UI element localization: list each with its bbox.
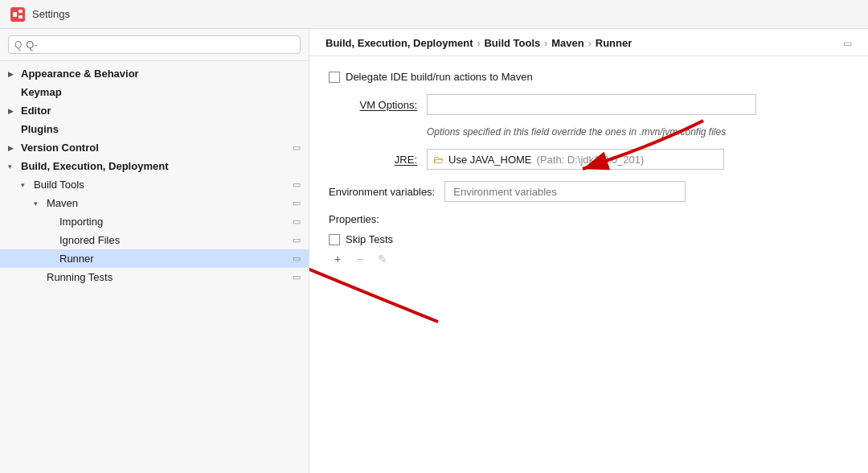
jre-row: JRE: 🗁 Use JAVA_HOME (Path: D:\jdk1.8.0_… xyxy=(329,149,849,170)
breadcrumb-item-2: Maven xyxy=(551,37,583,49)
sidebar-label-editor: Editor xyxy=(21,105,51,117)
sidebar-label-maven: Maven xyxy=(47,197,78,209)
tree-arrow-maven: ▾ xyxy=(34,199,43,208)
properties-section: Properties: Skip Tests + − ✎ xyxy=(329,213,849,268)
sidebar-label-importing: Importing xyxy=(59,216,103,228)
sidebar-item-plugins[interactable]: Plugins xyxy=(0,120,309,138)
remove-property-button[interactable]: − xyxy=(351,250,369,268)
pin-icon-importing: ▭ xyxy=(293,216,301,227)
sidebar-label-running-tests: Running Tests xyxy=(47,271,113,283)
breadcrumb-item-3: Runner xyxy=(596,37,633,49)
app-logo xyxy=(10,6,26,23)
svg-rect-0 xyxy=(10,7,25,22)
sidebar-item-version-control[interactable]: ▶Version Control▭ xyxy=(0,138,309,157)
search-icon: Q xyxy=(14,39,22,51)
sidebar-tree: ▶Appearance & BehaviorKeymap▶EditorPlugi… xyxy=(0,61,309,473)
sidebar-item-keymap[interactable]: Keymap xyxy=(0,83,309,101)
sidebar-label-build-exec: Build, Execution, Deployment xyxy=(21,160,168,172)
window-title: Settings xyxy=(32,8,70,20)
tree-arrow-version-control: ▶ xyxy=(8,144,18,152)
jre-path: (Path: D:\jdk1.8.0_201) xyxy=(537,154,645,166)
sidebar-label-keymap: Keymap xyxy=(21,86,62,98)
jre-label: JRE: xyxy=(329,154,417,166)
sidebar-item-ignored-files[interactable]: Ignored Files▭ xyxy=(0,231,309,249)
jre-field[interactable]: 🗁 Use JAVA_HOME (Path: D:\jdk1.8.0_201) xyxy=(427,149,724,170)
sidebar-label-build-tools: Build Tools xyxy=(34,179,84,191)
vm-options-label: VM Options: xyxy=(329,99,417,111)
sidebar-item-editor[interactable]: ▶Editor xyxy=(0,101,309,120)
tree-arrow-build-tools: ▾ xyxy=(21,181,31,189)
properties-toolbar: + − ✎ xyxy=(329,250,849,268)
breadcrumb-pin-icon: ▭ xyxy=(843,38,852,49)
env-vars-label: Environment variables: xyxy=(329,186,435,198)
tree-arrow-build-exec: ▾ xyxy=(8,162,18,171)
sidebar-item-maven[interactable]: ▾Maven▭ xyxy=(0,194,309,212)
search-bar[interactable]: Q xyxy=(0,29,309,61)
vm-hint: Options specified in this field override… xyxy=(427,126,849,138)
skip-tests-checkbox[interactable] xyxy=(329,234,340,245)
skip-tests-label[interactable]: Skip Tests xyxy=(329,233,849,245)
folder-icon: 🗁 xyxy=(433,154,444,166)
main-layout: Q ▶Appearance & BehaviorKeymap▶EditorPlu… xyxy=(0,29,868,473)
pin-icon-running-tests: ▭ xyxy=(293,272,301,282)
search-wrapper[interactable]: Q xyxy=(8,35,301,54)
breadcrumb: Build, Execution, Deployment › Build Too… xyxy=(309,29,868,56)
sidebar: Q ▶Appearance & BehaviorKeymap▶EditorPlu… xyxy=(0,29,309,473)
svg-rect-1 xyxy=(13,12,17,17)
pin-icon-maven: ▭ xyxy=(293,198,301,208)
sidebar-label-appearance: Appearance & Behavior xyxy=(21,68,139,80)
sidebar-label-version-control: Version Control xyxy=(21,142,99,154)
breadcrumb-sep-0: › xyxy=(477,38,480,49)
delegate-checkbox[interactable] xyxy=(329,72,340,83)
breadcrumb-sep-1: › xyxy=(544,38,547,49)
sidebar-item-build-tools[interactable]: ▾Build Tools▭ xyxy=(0,175,309,194)
title-bar: Settings xyxy=(0,0,868,29)
breadcrumb-sep-2: › xyxy=(588,38,592,49)
breadcrumb-item-1: Build Tools xyxy=(484,37,540,49)
pin-icon-build-tools: ▭ xyxy=(293,179,301,190)
pin-icon-version-control: ▭ xyxy=(293,142,301,153)
env-vars-input[interactable] xyxy=(444,181,686,202)
edit-property-button[interactable]: ✎ xyxy=(374,250,391,268)
search-input[interactable] xyxy=(26,39,294,51)
sidebar-item-runner[interactable]: Runner▭ xyxy=(0,249,309,268)
jre-value: Use JAVA_HOME xyxy=(448,154,532,166)
svg-rect-3 xyxy=(18,15,23,19)
pin-icon-runner: ▭ xyxy=(293,253,301,264)
delegate-row: Delegate IDE build/run actions to Maven xyxy=(329,71,849,83)
pin-icon-ignored-files: ▭ xyxy=(293,235,301,245)
delegate-checkbox-label[interactable]: Delegate IDE build/run actions to Maven xyxy=(329,71,533,83)
properties-label: Properties: xyxy=(329,213,849,225)
sidebar-item-build-exec[interactable]: ▾Build, Execution, Deployment xyxy=(0,157,309,175)
sidebar-item-importing[interactable]: Importing▭ xyxy=(0,212,309,231)
settings-content: Delegate IDE build/run actions to Maven … xyxy=(309,56,868,473)
content-panel: Build, Execution, Deployment › Build Too… xyxy=(309,29,868,473)
vm-options-row: VM Options: xyxy=(329,94,849,115)
add-property-button[interactable]: + xyxy=(329,250,346,268)
breadcrumb-item-0: Build, Execution, Deployment xyxy=(326,37,473,49)
vm-options-input[interactable] xyxy=(427,94,756,115)
sidebar-label-ignored-files: Ignored Files xyxy=(59,234,120,246)
sidebar-item-running-tests[interactable]: Running Tests▭ xyxy=(0,268,309,286)
sidebar-item-appearance[interactable]: ▶Appearance & Behavior xyxy=(0,64,309,83)
skip-tests-text: Skip Tests xyxy=(346,233,393,245)
sidebar-label-plugins: Plugins xyxy=(21,123,59,135)
delegate-label: Delegate IDE build/run actions to Maven xyxy=(346,71,533,83)
env-vars-row: Environment variables: xyxy=(329,181,849,202)
svg-rect-2 xyxy=(18,10,23,13)
tree-arrow-appearance: ▶ xyxy=(8,70,18,78)
sidebar-label-runner: Runner xyxy=(59,253,94,265)
tree-arrow-editor: ▶ xyxy=(8,107,18,115)
